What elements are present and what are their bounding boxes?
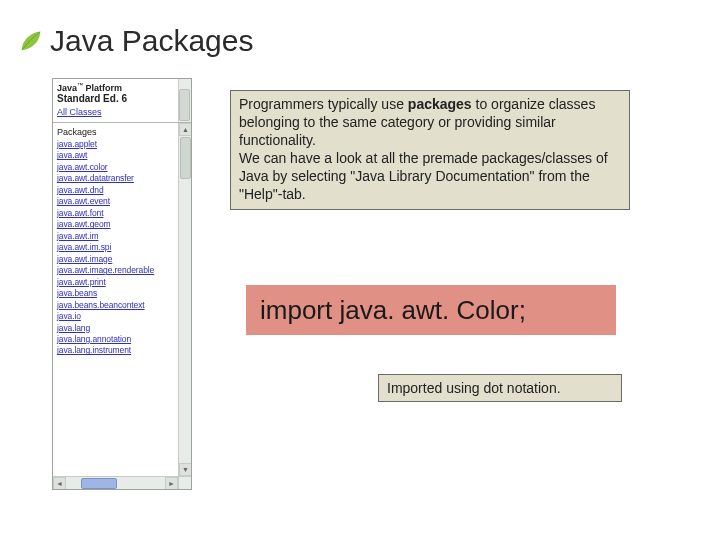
scroll-up-icon[interactable]: ▲	[179, 123, 191, 136]
scroll-right-icon[interactable]: ►	[165, 477, 178, 489]
package-link[interactable]: java.awt	[57, 150, 176, 161]
packages-heading: Packages	[57, 127, 176, 137]
page-title: Java Packages	[50, 24, 253, 58]
package-link[interactable]: java.beans.beancontext	[57, 300, 176, 311]
scrollbar-horizontal[interactable]: ◄ ►	[53, 476, 178, 489]
all-classes-link[interactable]: All Classes	[57, 107, 187, 117]
edition-text: Standard Ed. 6	[57, 93, 187, 104]
desc-text-2: We can have a look at all the premade pa…	[239, 150, 608, 202]
javadoc-top-frame: Java™ Platform Standard Ed. 6 All Classe…	[53, 79, 191, 123]
package-link[interactable]: java.awt.image.renderable	[57, 265, 176, 276]
javadoc-bottom-frame: Packages java.applet java.awt java.awt.c…	[53, 123, 191, 489]
scroll-down-icon[interactable]: ▼	[179, 463, 191, 476]
package-link[interactable]: java.io	[57, 311, 176, 322]
scroll-thumb[interactable]	[179, 89, 190, 121]
import-statement-box: import java. awt. Color;	[246, 285, 616, 335]
javadoc-pane: Java™ Platform Standard Ed. 6 All Classe…	[52, 78, 192, 490]
leaf-icon	[20, 30, 42, 52]
scroll-thumb[interactable]	[81, 478, 117, 489]
package-link[interactable]: java.awt.event	[57, 196, 176, 207]
scroll-left-icon[interactable]: ◄	[53, 477, 66, 489]
platform-text: Platform	[86, 83, 123, 93]
package-link[interactable]: java.awt.geom	[57, 219, 176, 230]
import-statement-text: import java. awt. Color;	[260, 295, 526, 326]
description-callout: Programmers typically use packages to or…	[230, 90, 630, 210]
package-link[interactable]: java.lang.instrument	[57, 345, 176, 356]
scroll-corner	[178, 476, 191, 489]
package-link[interactable]: java.awt.color	[57, 162, 176, 173]
package-link[interactable]: java.awt.font	[57, 208, 176, 219]
package-link[interactable]: java.awt.dnd	[57, 185, 176, 196]
package-link[interactable]: java.awt.print	[57, 277, 176, 288]
package-link[interactable]: java.awt.im.spi	[57, 242, 176, 253]
package-link[interactable]: java.beans	[57, 288, 176, 299]
package-link[interactable]: java.awt.image	[57, 254, 176, 265]
package-link[interactable]: java.awt.im	[57, 231, 176, 242]
package-link[interactable]: java.awt.datatransfer	[57, 173, 176, 184]
package-link[interactable]: java.lang	[57, 323, 176, 334]
scrollbar-vertical[interactable]: ▲ ▼	[178, 123, 191, 476]
tm-text: ™	[77, 82, 83, 88]
scrollbar-vertical[interactable]	[178, 79, 191, 122]
desc-text-1a: Programmers typically use	[239, 96, 408, 112]
package-link[interactable]: java.applet	[57, 139, 176, 150]
note-text: Imported using dot notation.	[387, 380, 561, 396]
javadoc-logo: Java™ Platform	[57, 82, 187, 93]
java-text: Java	[57, 83, 77, 93]
note-callout: Imported using dot notation.	[378, 374, 622, 402]
package-link[interactable]: java.lang.annotation	[57, 334, 176, 345]
desc-text-1b: packages	[408, 96, 472, 112]
scroll-thumb[interactable]	[180, 137, 191, 179]
